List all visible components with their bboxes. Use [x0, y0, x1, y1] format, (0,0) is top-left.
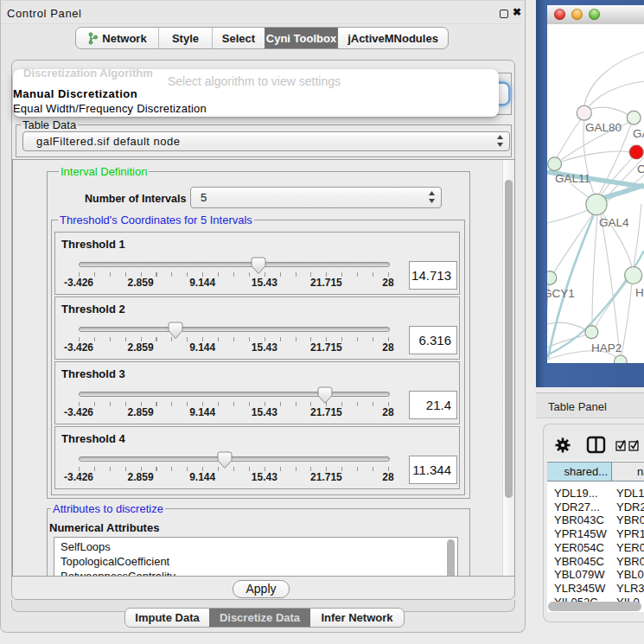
svg-text:GAL80: GAL80	[585, 121, 622, 134]
svg-text:GA: GA	[633, 127, 644, 140]
svg-text:C: C	[637, 163, 644, 175]
svg-text:GAL11: GAL11	[555, 172, 590, 185]
svg-text:HAP2: HAP2	[591, 341, 622, 354]
svg-text:GAL4: GAL4	[599, 216, 629, 229]
svg-text:H: H	[635, 286, 644, 299]
svg-text:GCY1: GCY1	[547, 287, 575, 300]
